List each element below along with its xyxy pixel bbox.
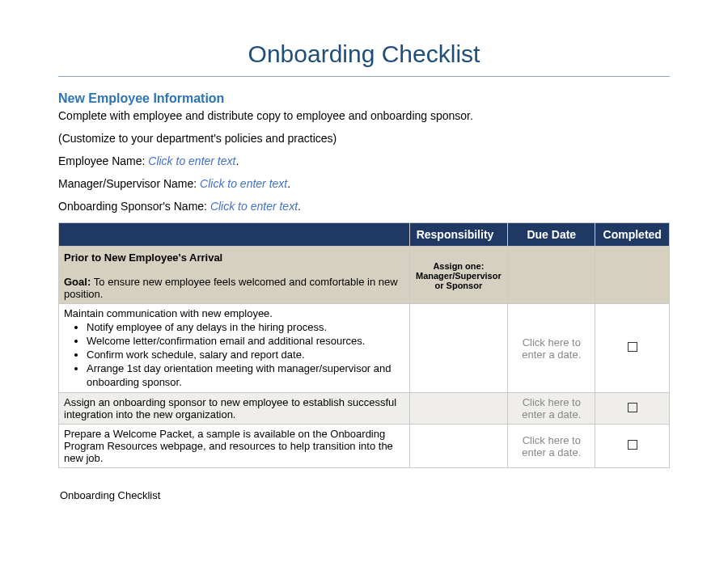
manager-name-field: Manager/Supervisor Name: Click to enter … bbox=[58, 177, 670, 190]
manager-name-input[interactable]: Click to enter text bbox=[200, 177, 287, 190]
task-lead: Assign an onboarding sponsor to new empl… bbox=[64, 396, 396, 420]
manager-name-label: Manager/Supervisor Name: bbox=[58, 177, 200, 190]
due-date-cell[interactable]: Click here to enter a date. bbox=[508, 304, 595, 393]
responsibility-cell[interactable] bbox=[409, 425, 507, 468]
completed-cell[interactable] bbox=[595, 304, 670, 393]
header-due-date: Due Date bbox=[508, 223, 595, 247]
task-bullets: Notify employee of any delays in the hir… bbox=[64, 321, 404, 389]
bullet-item: Arrange 1st day orientation meeting with… bbox=[87, 362, 404, 390]
intro-line: Complete with employee and distribute co… bbox=[58, 109, 670, 122]
page-title: Onboarding Checklist bbox=[58, 40, 670, 68]
employee-name-label: Employee Name: bbox=[58, 154, 148, 167]
group-title: Prior to New Employee's Arrival bbox=[64, 251, 222, 264]
checklist-table: Responsibility Due Date Completed Prior … bbox=[58, 222, 670, 468]
bullet-item: Confirm work schedule, salary and report… bbox=[87, 349, 404, 362]
group-cell: Prior to New Employee's Arrival Goal: To… bbox=[59, 247, 410, 304]
section-heading: New Employee Information bbox=[58, 91, 670, 106]
task-lead: Prepare a Welcome Packet, a sample is av… bbox=[64, 428, 393, 464]
date-placeholder: Click here to enter a date. bbox=[522, 336, 581, 361]
table-header-row: Responsibility Due Date Completed bbox=[59, 223, 670, 247]
task-lead: Maintain communication with new employee… bbox=[64, 307, 273, 319]
footer-text: Onboarding Checklist bbox=[58, 489, 670, 501]
date-placeholder: Click here to enter a date. bbox=[522, 396, 581, 420]
title-divider bbox=[58, 76, 670, 77]
task-cell: Prepare a Welcome Packet, a sample is av… bbox=[59, 425, 410, 468]
task-cell: Assign an onboarding sponsor to new empl… bbox=[59, 393, 410, 425]
table-row: Prepare a Welcome Packet, a sample is av… bbox=[59, 425, 670, 468]
due-date-cell[interactable]: Click here to enter a date. bbox=[508, 393, 595, 425]
goal-label: Goal: bbox=[64, 276, 94, 288]
field-period: . bbox=[298, 200, 301, 213]
sponsor-name-field: Onboarding Sponsor's Name: Click to ente… bbox=[58, 200, 670, 213]
sponsor-name-input[interactable]: Click to enter text bbox=[210, 200, 298, 213]
employee-name-input[interactable]: Click to enter text bbox=[148, 154, 235, 167]
employee-name-field: Employee Name: Click to enter text. bbox=[58, 154, 670, 167]
group-completed bbox=[595, 247, 670, 304]
table-row: Maintain communication with new employee… bbox=[59, 304, 670, 393]
field-period: . bbox=[287, 177, 290, 190]
bullet-item: Welcome letter/confirmation email and ad… bbox=[87, 335, 404, 349]
field-period: . bbox=[235, 154, 239, 167]
completed-cell[interactable] bbox=[595, 393, 670, 425]
checkbox-icon[interactable] bbox=[628, 440, 637, 450]
goal-text: To ensure new employee feels welcomed an… bbox=[64, 276, 398, 300]
completed-cell[interactable] bbox=[595, 425, 670, 468]
checkbox-icon[interactable] bbox=[628, 342, 637, 352]
group-due-date bbox=[508, 247, 595, 304]
due-date-cell[interactable]: Click here to enter a date. bbox=[508, 425, 595, 468]
responsibility-cell[interactable] bbox=[409, 393, 507, 425]
checkbox-icon[interactable] bbox=[628, 403, 637, 412]
header-blank bbox=[59, 223, 410, 247]
bullet-item: Notify employee of any delays in the hir… bbox=[87, 321, 404, 335]
sponsor-name-label: Onboarding Sponsor's Name: bbox=[58, 200, 210, 213]
table-group-row: Prior to New Employee's Arrival Goal: To… bbox=[59, 247, 670, 304]
header-completed: Completed bbox=[595, 223, 670, 247]
group-responsibility-note: Assign one: Manager/Supervisor or Sponso… bbox=[409, 247, 507, 304]
date-placeholder: Click here to enter a date. bbox=[522, 434, 581, 458]
table-row: Assign an onboarding sponsor to new empl… bbox=[59, 393, 670, 425]
task-cell: Maintain communication with new employee… bbox=[59, 304, 410, 393]
header-responsibility: Responsibility bbox=[409, 223, 507, 247]
responsibility-cell[interactable] bbox=[409, 304, 507, 393]
customize-note: (Customize to your department's policies… bbox=[58, 132, 670, 145]
